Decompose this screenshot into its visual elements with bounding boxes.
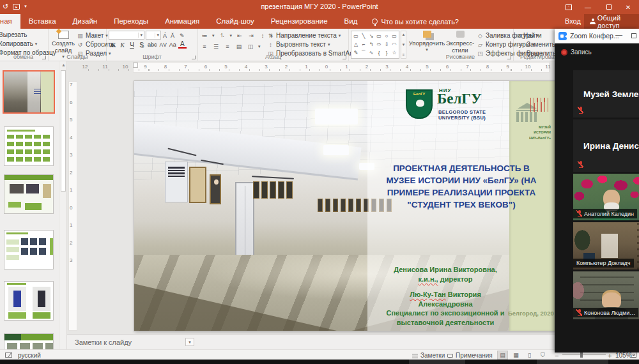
- shape-glyph-12[interactable]: ✎: [354, 50, 358, 56]
- shape-glyph-8[interactable]: ↰: [369, 42, 374, 47]
- shape-glyph-2[interactable]: ↘: [369, 34, 374, 39]
- font-style-button-5[interactable]: АV: [159, 42, 167, 48]
- slide-thumbnail-4[interactable]: [4, 230, 54, 269]
- zoom-minimize-button[interactable]: —: [615, 31, 622, 38]
- reading-view-button[interactable]: ▯: [524, 351, 535, 360]
- notes-collapse-button[interactable]: ▾: [185, 338, 194, 346]
- normal-view-button[interactable]: ▤: [497, 351, 508, 360]
- zoom-out-button[interactable]: −: [555, 352, 558, 360]
- replace-button[interactable]: abЗаменить▾: [518, 40, 559, 49]
- shrink-font-button[interactable]: А̌: [171, 31, 174, 40]
- shape-glyph-4[interactable]: ○: [385, 34, 389, 39]
- font-dialog-launcher[interactable]: [192, 56, 196, 59]
- shape-glyph-7[interactable]: ⌐: [362, 42, 366, 47]
- shape-glyph-9[interactable]: ⇨: [377, 42, 381, 47]
- restore-button[interactable]: [599, 0, 619, 14]
- shape-glyph-17[interactable]: ☆: [392, 50, 396, 56]
- participant-tile-0[interactable]: Музей Землеве: [573, 70, 639, 118]
- shape-glyph-1[interactable]: ╲: [362, 34, 366, 39]
- shape-glyph-5[interactable]: ▭: [392, 34, 397, 39]
- slideshow-button[interactable]: ⛉: [537, 351, 548, 360]
- list-indent-buttons[interactable]: ≔▾⒈▾⇤⇥↕▾: [201, 31, 273, 40]
- shape-glyph-10[interactable]: ⇩: [385, 42, 389, 47]
- language-indicator[interactable]: русский: [18, 352, 41, 359]
- participant-tile-3[interactable]: Компьютер Докладч: [573, 222, 639, 269]
- shape-glyph-6[interactable]: △: [354, 42, 358, 47]
- horizontal-ruler[interactable]: 12111098765432101234567891011: [78, 62, 555, 73]
- shape-glyph-15[interactable]: {: [378, 50, 380, 56]
- copy-button[interactable]: Копировать▾: [0, 40, 37, 48]
- tab-1[interactable]: Вставка: [20, 14, 65, 29]
- font-style-button-7[interactable]: А: [178, 41, 187, 49]
- tab-6[interactable]: Рецензирование: [263, 14, 336, 29]
- minimize-button[interactable]: —: [578, 0, 597, 14]
- slide-thumbnail-2[interactable]: [4, 126, 54, 166]
- slide-sorter-button[interactable]: ▦: [511, 351, 521, 360]
- tab-4[interactable]: Анимация: [157, 14, 208, 29]
- indent-marker[interactable]: [133, 63, 138, 68]
- zoom-in-button[interactable]: +: [608, 352, 612, 360]
- share-button[interactable]: Общий доступ: [584, 14, 639, 29]
- shape-glyph-3[interactable]: ▭: [376, 34, 381, 39]
- comments-toggle[interactable]: Примечания: [447, 352, 493, 359]
- notes-pane[interactable]: Заметки к слайду ▾: [67, 334, 555, 349]
- vertical-ruler[interactable]: 76543210123: [67, 61, 78, 335]
- participant-tile-1[interactable]: Ирина Денисо: [573, 119, 639, 172]
- slide-thumbnail-6[interactable]: [4, 333, 54, 349]
- slide-canvas[interactable]: БелГУ НИУ БелГУ BELGOROD STATE UNIVERSIT…: [134, 81, 555, 331]
- drawing-dialog-launcher[interactable]: [507, 56, 511, 59]
- font-style-button-0[interactable]: Ж: [109, 42, 117, 49]
- font-style-button-2[interactable]: Ч: [128, 42, 136, 49]
- zoom-conference-window[interactable]: Zoom Конфер... — Запись Музей ЗемлевеИри…: [555, 29, 639, 353]
- fit-slide-icon[interactable]: [631, 352, 636, 358]
- clear-formatting-button[interactable]: ✎: [180, 31, 185, 40]
- tab-5[interactable]: Слайд-шоу: [208, 14, 263, 29]
- participant-tile-2[interactable]: Анатолий Каледин: [573, 174, 639, 220]
- tab-3[interactable]: Переходы: [105, 14, 157, 29]
- shape-glyph-0[interactable]: ▭: [353, 34, 358, 39]
- paragraph-dialog-launcher[interactable]: [343, 56, 346, 59]
- scrollbar-thumb[interactable]: [61, 70, 66, 192]
- zoom-slider-track[interactable]: [562, 354, 606, 355]
- thumbnail-scrollbar[interactable]: ▲: [59, 61, 67, 349]
- font-style-button-4[interactable]: abc: [147, 42, 158, 48]
- tab-7[interactable]: Вид: [336, 14, 366, 29]
- slide-thumbnail-1[interactable]: [3, 70, 55, 114]
- zoom-maximize-button[interactable]: [631, 33, 636, 38]
- tab-0[interactable]: Главная: [0, 14, 20, 29]
- sign-in-link[interactable]: Вход: [565, 14, 581, 29]
- find-button[interactable]: Найти: [518, 31, 542, 40]
- shapes-gallery[interactable]: ▭╲↘▭○▭△⌐↰⇨⇩◠✎⌒∿{}☆: [351, 31, 399, 59]
- slide-thumbnail-3[interactable]: [4, 174, 54, 214]
- shapes-gallery-scrollbar[interactable]: ▲▼≡: [401, 31, 406, 59]
- notes-toggle[interactable]: Заметки: [412, 352, 445, 359]
- grow-font-button[interactable]: А́: [163, 31, 167, 40]
- font-style-button-1[interactable]: К: [118, 42, 127, 49]
- shape-glyph-14[interactable]: ∿: [369, 50, 374, 56]
- text-direction-button[interactable]: ⇅Направление текста▾: [267, 31, 341, 40]
- align-text-button[interactable]: ↕Выровнять текст▾: [267, 40, 330, 49]
- font-name-combo[interactable]: ▾: [109, 31, 144, 40]
- zoom-title-bar[interactable]: Zoom Конфер... —: [555, 29, 639, 43]
- shape-glyph-16[interactable]: }: [386, 50, 388, 56]
- shape-glyph-13[interactable]: ⌒: [361, 50, 366, 56]
- scroll-up-icon[interactable]: ▲: [61, 63, 66, 67]
- slide-title[interactable]: ПРОЕКТНАЯ ДЕЯТЕЛЬНОСТЬ В МУЗЕЕ ИСТОРИИ Н…: [372, 162, 551, 211]
- font-style-button-3[interactable]: S: [137, 42, 146, 49]
- slide-authors[interactable]: Денисова Ирина Викторовна, к.и.н., дирек…: [375, 265, 516, 328]
- layout-button[interactable]: ▥Макет▾: [77, 31, 108, 40]
- clipboard-dialog-launcher[interactable]: [42, 56, 46, 59]
- arrange-button[interactable]: Упорядочить▾: [410, 31, 443, 52]
- close-button[interactable]: ✕: [619, 0, 638, 14]
- align-buttons[interactable]: ≡☰≡▤◫▾: [201, 42, 261, 50]
- participant-tile-4[interactable]: Кононова Людми…: [573, 271, 639, 319]
- ribbon-options-button[interactable]: ˆ: [559, 0, 578, 14]
- tab-2[interactable]: Дизайн: [65, 14, 106, 29]
- slide-thumbnail-5[interactable]: [4, 281, 54, 321]
- cut-button[interactable]: Вырезать: [0, 31, 27, 39]
- tell-me-box[interactable]: Что вы хотите сделать?: [372, 14, 459, 29]
- font-style-button-6[interactable]: Aa: [169, 42, 177, 48]
- zoom-percentage[interactable]: 105%: [615, 352, 632, 359]
- shape-glyph-11[interactable]: ◠: [392, 42, 397, 47]
- font-size-combo[interactable]: ▾: [146, 31, 161, 40]
